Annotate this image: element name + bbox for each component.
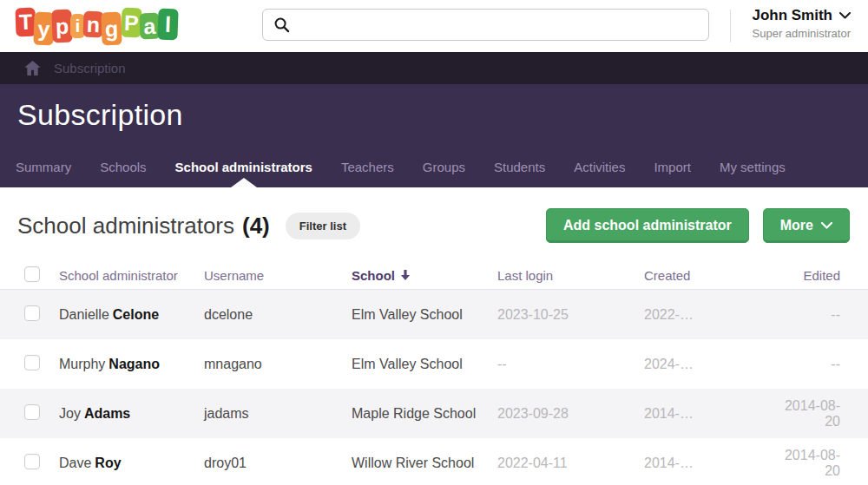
tab-my-settings[interactable]: My settings xyxy=(720,160,786,174)
tab-import[interactable]: Import xyxy=(654,160,691,174)
cell-last-login: 2023-09-28 xyxy=(497,406,644,422)
column-header-edited[interactable]: Edited xyxy=(774,268,840,283)
cell-last-login: 2022-04-11 xyxy=(497,456,644,471)
table-row[interactable]: DanielleCelone dcelone Elm Valley School… xyxy=(0,290,868,339)
cell-username: mnagano xyxy=(204,357,352,372)
list-title: School administrators xyxy=(17,213,234,239)
logo-letter: p xyxy=(51,10,72,43)
cell-school: Maple Ridge School xyxy=(352,406,497,422)
typingpal-logo[interactable]: T y p i n g P a l xyxy=(16,7,176,40)
row-checkbox[interactable] xyxy=(24,404,40,420)
tab-groups[interactable]: Groups xyxy=(423,160,465,174)
search-icon xyxy=(273,16,290,33)
cell-username: droy01 xyxy=(204,456,352,471)
cell-created: 2024-… xyxy=(644,357,774,372)
row-checkbox[interactable] xyxy=(24,305,40,321)
tab-activities[interactable]: Activities xyxy=(574,160,625,174)
table-row[interactable]: MurphyNagano mnagano Elm Valley School -… xyxy=(0,339,868,389)
content-header: School administrators (4) Filter list Ad… xyxy=(0,187,868,243)
list-count: (4) xyxy=(242,213,270,239)
breadcrumb-label: Subscription xyxy=(54,61,126,75)
table-row[interactable]: JoyAdams jadams Maple Ridge School 2023-… xyxy=(0,389,868,438)
cell-username: dcelone xyxy=(204,307,352,323)
cell-edited: -- xyxy=(774,357,840,372)
cell-edited: -- xyxy=(774,307,840,323)
cell-created: 2022-… xyxy=(644,307,774,323)
tab-bar: Summary Schools School administrators Te… xyxy=(16,160,868,187)
administrators-table: School administrator Username School Las… xyxy=(0,261,868,485)
cell-username: jadams xyxy=(204,406,352,422)
add-school-administrator-button[interactable]: Add school administrator xyxy=(546,208,749,243)
breadcrumb: Subscription xyxy=(0,52,868,84)
column-header-last-login[interactable]: Last login xyxy=(497,268,644,283)
table-body: DanielleCelone dcelone Elm Valley School… xyxy=(0,290,868,485)
cell-school: Elm Valley School xyxy=(352,357,497,372)
cell-edited: 2014-08-20 xyxy=(774,398,840,429)
more-button[interactable]: More xyxy=(763,208,850,243)
user-role: Super administrator xyxy=(752,27,851,40)
cell-last-login: -- xyxy=(497,357,644,372)
header-divider xyxy=(730,10,731,43)
tab-school-administrators[interactable]: School administrators xyxy=(175,160,312,174)
user-menu[interactable]: John Smith Super administrator xyxy=(752,7,851,40)
filter-list-button[interactable]: Filter list xyxy=(286,213,360,239)
tab-schools[interactable]: Schools xyxy=(100,160,146,174)
top-bar: T y p i n g P a l John Smith Super admin… xyxy=(0,0,868,52)
select-all-checkbox[interactable] xyxy=(24,266,40,282)
column-header-created[interactable]: Created xyxy=(644,268,774,283)
cell-school: Willow River School xyxy=(352,456,497,471)
search-input[interactable] xyxy=(290,10,708,40)
cell-name: DaveRoy xyxy=(59,456,204,471)
cell-last-login: 2023-10-25 xyxy=(497,307,644,323)
user-name: John Smith xyxy=(752,7,832,24)
home-icon[interactable] xyxy=(24,61,41,75)
cell-name: DanielleCelone xyxy=(59,307,204,323)
table-header-row: School administrator Username School Las… xyxy=(0,261,868,290)
section-header: Subscription Summary Schools School admi… xyxy=(0,84,868,187)
cell-school: Elm Valley School xyxy=(352,307,497,323)
tab-summary[interactable]: Summary xyxy=(16,160,71,174)
column-header-school-administrator[interactable]: School administrator xyxy=(59,268,204,283)
tab-students[interactable]: Students xyxy=(494,160,545,174)
table-row[interactable]: DaveRoy droy01 Willow River School 2022-… xyxy=(0,438,868,485)
cell-edited: 2014-08-20 xyxy=(774,448,840,479)
cell-created: 2014-… xyxy=(644,406,774,422)
row-checkbox[interactable] xyxy=(24,454,40,469)
cell-name: JoyAdams xyxy=(59,406,204,422)
logo-letter: l xyxy=(157,9,178,41)
row-checkbox[interactable] xyxy=(24,355,40,370)
page-title: Subscription xyxy=(0,84,868,132)
chevron-down-icon xyxy=(839,12,851,19)
column-header-username[interactable]: Username xyxy=(204,268,352,283)
cell-created: 2014-… xyxy=(644,456,774,471)
column-header-school[interactable]: School xyxy=(352,268,497,283)
chevron-down-icon xyxy=(821,222,832,229)
cell-name: MurphyNagano xyxy=(59,357,204,372)
sort-desc-arrow-icon xyxy=(400,270,411,281)
tab-teachers[interactable]: Teachers xyxy=(341,160,394,174)
logo-letter: g xyxy=(101,12,122,46)
search-box xyxy=(262,9,709,41)
